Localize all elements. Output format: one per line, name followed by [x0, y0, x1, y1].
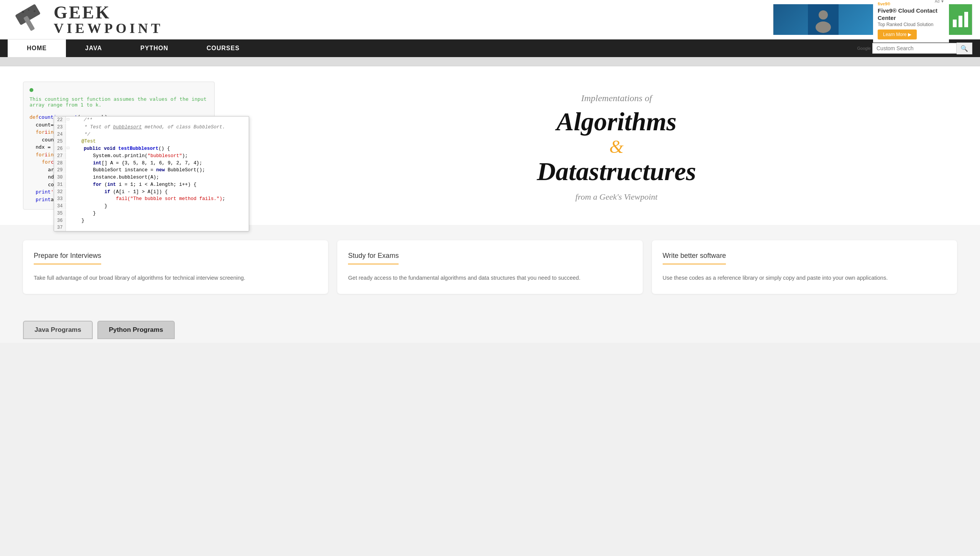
- ad-banner: five9® Ad ▼ Five9® Cloud Contact Center …: [773, 4, 972, 35]
- ad-title-line1: Five9® Cloud Contact Center: [878, 7, 944, 22]
- hero-title-datastructures: Datastructures: [537, 157, 696, 186]
- hero-tagline: from a Geek's Viewpoint: [276, 192, 957, 202]
- ad-logo: five9®: [878, 2, 890, 6]
- feature-text-software: Use these codes as a reference library o…: [663, 274, 946, 282]
- feature-title-software: Write better software: [663, 252, 726, 264]
- hero-ampersand: &: [276, 136, 957, 157]
- search-area: Google 🔍: [857, 43, 972, 54]
- search-input[interactable]: [872, 43, 957, 54]
- features-section: Prepare for Interviews Take full advanta…: [0, 225, 980, 309]
- nav-courses[interactable]: COURSES: [187, 39, 259, 57]
- tab-python-programs[interactable]: Python Programs: [97, 321, 175, 339]
- python-dot: [30, 88, 33, 92]
- google-label: Google: [857, 46, 871, 51]
- hero-title: Algorithms & Datastructures: [276, 107, 957, 186]
- subnav-divider: [0, 57, 980, 66]
- tab-java-programs[interactable]: Java Programs: [23, 321, 93, 339]
- search-button[interactable]: 🔍: [957, 43, 972, 54]
- svg-rect-8: [808, 4, 839, 35]
- logo-area: GEEK VIEWPOINT: [8, 4, 163, 35]
- svg-rect-12: [964, 12, 968, 27]
- svg-rect-11: [959, 16, 962, 27]
- feature-card-exams: Study for Exams Get ready access to the …: [337, 240, 642, 294]
- nav-links: HOME JAVA PYTHON COURSES: [8, 39, 259, 57]
- hero-subtitle: Implementations of: [276, 93, 957, 103]
- ad-image: [773, 4, 873, 35]
- hero-section: This counting sort function assumes the …: [0, 66, 980, 225]
- feature-text-interviews: Take full advantage of our broad library…: [34, 274, 317, 282]
- main-nav: HOME JAVA PYTHON COURSES Google 🔍: [0, 39, 980, 57]
- feature-card-interviews: Prepare for Interviews Take full advanta…: [23, 240, 328, 294]
- ad-cta-button[interactable]: Learn More ▶: [878, 30, 917, 39]
- header: GEEK VIEWPOINT five9® Ad ▼ Five9® Cloud …: [0, 0, 980, 39]
- nav-java[interactable]: JAVA: [66, 39, 121, 57]
- code-area: This counting sort function assumes the …: [23, 82, 261, 210]
- feature-title-interviews: Prepare for Interviews: [34, 252, 101, 264]
- hero-title-algorithms: Algorithms: [556, 107, 677, 136]
- nav-home[interactable]: HOME: [8, 39, 66, 57]
- hero-text-area: Implementations of Algorithms & Datastru…: [276, 82, 957, 202]
- tabs-section: Java Programs Python Programs: [0, 309, 980, 343]
- svg-rect-10: [953, 20, 957, 27]
- svg-point-4: [34, 10, 36, 12]
- feature-card-software: Write better software Use these codes as…: [652, 240, 957, 294]
- ad-title-line2: Top Ranked Cloud Solution: [878, 22, 944, 27]
- ad-badge: Ad ▼: [935, 0, 944, 3]
- svg-point-2: [22, 11, 24, 13]
- java-code-block: 22 □ /** 23 * Test of bubblesort method,…: [54, 116, 249, 231]
- feature-title-exams: Study for Exams: [348, 252, 399, 264]
- hammer-icon: [8, 4, 54, 35]
- feature-text-exams: Get ready access to the fundamental algo…: [348, 274, 632, 282]
- ad-text: five9® Ad ▼ Five9® Cloud Contact Center …: [873, 0, 949, 43]
- site-name: GEEK VIEWPOINT: [54, 4, 163, 35]
- nav-python[interactable]: PYTHON: [121, 39, 187, 57]
- java-code-lines: 22 □ /** 23 * Test of bubblesort method,…: [54, 116, 249, 231]
- ad-right-graphic: [949, 4, 972, 35]
- python-comment: This counting sort function assumes the …: [30, 96, 208, 108]
- svg-point-3: [28, 9, 30, 11]
- main-content: This counting sort function assumes the …: [0, 66, 980, 343]
